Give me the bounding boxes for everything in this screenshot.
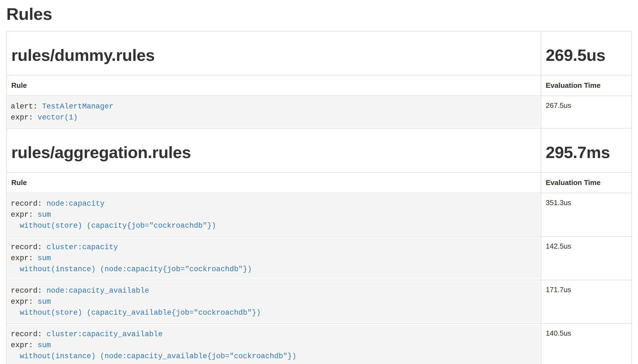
rule-eval-time: 351.3us [541, 193, 632, 237]
rule-link[interactable]: sum [37, 341, 51, 349]
rule-group-eval-time-cell: 269.5us [541, 31, 632, 75]
rule-link[interactable]: node:capacity [47, 200, 105, 208]
column-header-row: RuleEvaluation Time [7, 75, 632, 96]
rule-row: record: cluster:capacity_available expr:… [7, 324, 632, 364]
rule-group-eval-time-cell: 295.7ms [541, 128, 632, 172]
column-header-row: RuleEvaluation Time [7, 172, 632, 193]
rule-eval-time: 140.5us [541, 324, 632, 364]
rule-keyword: expr: [11, 341, 37, 349]
rule-keyword: expr: [11, 298, 37, 306]
rule-keyword [11, 222, 20, 230]
rule-keyword [11, 309, 20, 317]
rule-link[interactable]: sum [37, 211, 51, 219]
rule-link[interactable]: TestAlertManager [42, 102, 113, 111]
rule-link[interactable]: without(store) (capacity{job="cockroachd… [20, 222, 216, 230]
rule-column-header: Rule [7, 75, 541, 96]
rule-link[interactable]: vector(1) [37, 113, 78, 122]
rule-group-file: rules/aggregation.rules [11, 143, 536, 162]
rule-row: alert: TestAlertManager expr: vector(1)2… [7, 96, 632, 128]
rule-keyword: expr: [11, 254, 37, 262]
rule-keyword: record: [11, 243, 47, 251]
rule-group-file: rules/dummy.rules [11, 46, 536, 64]
rule-cell: record: cluster:capacity expr: sum witho… [7, 237, 541, 280]
rule-eval-time: 171.7us [541, 280, 632, 324]
rule-row: record: cluster:capacity expr: sum witho… [7, 237, 632, 280]
rule-eval-time: 267.5us [541, 96, 632, 128]
rule-keyword: expr: [11, 113, 37, 122]
rule-cell: record: node:capacity_available expr: su… [7, 280, 541, 324]
rule-keyword: record: [11, 287, 47, 295]
rule-definition: record: node:capacity expr: sum without(… [7, 194, 540, 236]
rule-cell: alert: TestAlertManager expr: vector(1) [7, 96, 541, 128]
rule-keyword: alert: [11, 102, 42, 111]
rule-link[interactable]: without(instance) (node:capacity_availab… [20, 352, 296, 360]
evaluation-time-column-header: Evaluation Time [541, 172, 632, 193]
rule-group-eval-time: 269.5us [546, 46, 627, 64]
evaluation-time-column-header: Evaluation Time [541, 75, 632, 96]
rule-column-header: Rule [7, 172, 541, 193]
rule-cell: record: node:capacity expr: sum without(… [7, 193, 541, 237]
rule-group-file-cell: rules/aggregation.rules [7, 128, 541, 172]
rule-group-header-row: rules/aggregation.rules295.7ms [7, 128, 632, 172]
rule-eval-time: 142.5us [541, 237, 632, 280]
page-title: Rules [6, 4, 631, 24]
rule-link[interactable]: without(store) (capacity_available{job="… [20, 309, 261, 317]
rules-page: Rules rules/dummy.rules269.5usRuleEvalua… [0, 4, 638, 364]
rule-keyword: record: [11, 200, 47, 208]
rule-keyword [11, 265, 20, 273]
rule-link[interactable]: node:capacity_available [47, 287, 149, 295]
rule-link[interactable]: sum [37, 298, 51, 306]
rule-link[interactable]: sum [37, 254, 51, 262]
rule-group-file-cell: rules/dummy.rules [7, 31, 541, 75]
rule-definition: alert: TestAlertManager expr: vector(1) [7, 97, 540, 127]
rule-group-eval-time: 295.7ms [546, 143, 627, 162]
rule-definition: record: cluster:capacity expr: sum witho… [7, 237, 540, 279]
rule-group-header-row: rules/dummy.rules269.5us [7, 31, 632, 75]
rule-cell: record: cluster:capacity_available expr:… [7, 324, 541, 364]
rule-keyword: record: [11, 330, 47, 338]
rule-row: record: node:capacity_available expr: su… [7, 280, 632, 324]
rule-definition: record: cluster:capacity_available expr:… [7, 324, 540, 364]
rule-keyword [11, 352, 20, 360]
rule-definition: record: node:capacity_available expr: su… [7, 281, 540, 323]
rule-keyword: expr: [11, 211, 37, 219]
rule-link[interactable]: cluster:capacity [47, 243, 118, 251]
rule-row: record: node:capacity expr: sum without(… [7, 193, 632, 237]
rule-link[interactable]: without(instance) (node:capacity{job="co… [20, 265, 252, 273]
rule-link[interactable]: cluster:capacity_available [47, 330, 163, 338]
rules-table: rules/dummy.rules269.5usRuleEvaluation T… [6, 31, 632, 364]
